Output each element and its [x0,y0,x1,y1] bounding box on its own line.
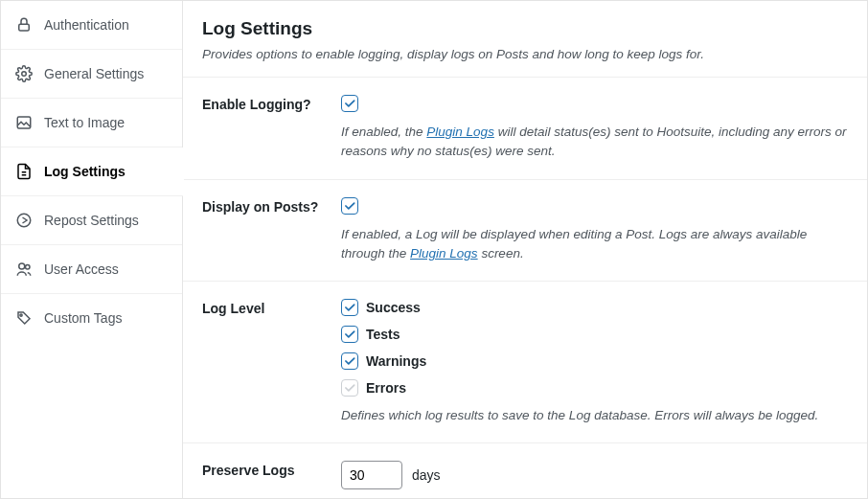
users-icon [15,261,33,278]
log-level-success-label: Success [366,300,421,315]
log-level-errors-checkbox [341,379,358,397]
repost-icon [15,212,33,229]
lock-icon [15,16,33,34]
svg-point-3 [17,214,31,227]
sidebar-item-user-access[interactable]: User Access [1,245,182,294]
svg-point-4 [19,263,25,269]
sidebar-item-label: User Access [44,261,119,277]
row-enable-logging: Enable Logging? If enabled, the Plugin L… [183,77,867,179]
sidebar-item-repost-settings[interactable]: Repost Settings [1,196,182,245]
log-level-errors-label: Errors [366,380,406,396]
svg-rect-0 [19,24,30,31]
row-display-on-posts: Display on Posts? If enabled, a Log will… [183,179,867,282]
plugin-logs-link[interactable]: Plugin Logs [410,246,478,261]
display-on-posts-label: Display on Posts? [202,197,341,264]
gear-icon [15,65,33,82]
display-on-posts-checkbox[interactable] [341,197,358,215]
page-header: Log Settings Provides options to enable … [183,1,867,77]
sidebar-item-log-settings[interactable]: Log Settings [1,147,183,196]
log-level-help: Defines which log results to save to the… [341,406,848,425]
log-level-success-checkbox[interactable] [341,299,358,316]
log-level-warnings-checkbox[interactable] [341,352,358,370]
preserve-logs-label: Preserve Logs [202,461,341,498]
log-level-warnings-label: Warnings [366,353,426,369]
page-title: Log Settings [202,18,848,39]
settings-sidebar: Authentication General Settings Text to … [1,1,183,498]
sidebar-item-label: Text to Image [44,115,125,130]
row-preserve-logs: Preserve Logs days The number of days to… [183,442,867,498]
enable-logging-label: Enable Logging? [202,95,341,162]
sidebar-item-label: Custom Tags [44,310,122,326]
sidebar-item-text-to-image[interactable]: Text to Image [1,99,182,147]
svg-point-5 [26,265,31,270]
enable-logging-checkbox[interactable] [341,95,358,112]
svg-point-1 [22,72,27,77]
display-on-posts-help: If enabled, a Log will be displayed when… [341,225,848,264]
page-description: Provides options to enable logging, disp… [202,47,848,61]
sidebar-item-label: General Settings [44,66,144,81]
sidebar-item-authentication[interactable]: Authentication [1,1,182,50]
enable-logging-help: If enabled, the Plugin Logs will detail … [341,123,848,162]
preserve-logs-unit: days [412,467,441,483]
tag-icon [15,309,33,327]
sidebar-item-label: Authentication [44,17,129,33]
settings-container: Authentication General Settings Text to … [0,0,868,499]
sidebar-item-label: Log Settings [44,164,126,179]
preserve-logs-input[interactable] [341,461,402,489]
sidebar-item-label: Repost Settings [44,213,139,228]
sidebar-item-custom-tags[interactable]: Custom Tags [1,294,182,342]
settings-main: Log Settings Provides options to enable … [183,1,867,498]
sidebar-item-general-settings[interactable]: General Settings [1,50,182,99]
row-log-level: Log Level Success Tests [183,281,867,442]
document-icon [15,163,33,180]
plugin-logs-link[interactable]: Plugin Logs [426,125,494,139]
log-level-tests-checkbox[interactable] [341,326,358,343]
image-icon [15,114,33,131]
log-level-label: Log Level [202,299,341,425]
svg-point-6 [20,314,22,316]
log-level-tests-label: Tests [366,327,400,342]
